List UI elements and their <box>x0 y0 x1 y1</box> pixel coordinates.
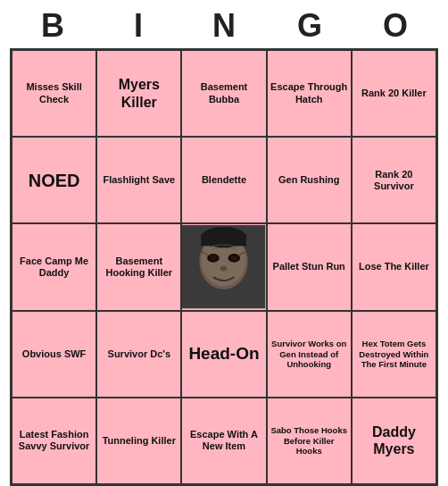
cell-escape-through-hatch: Escape Through Hatch <box>267 50 352 137</box>
cell-head-on: Head-On <box>181 311 266 398</box>
cell-daddy-myers: Daddy Myers <box>352 398 436 484</box>
center-image-svg <box>182 224 265 309</box>
cell-lose-the-killer: Lose The Killer <box>352 223 436 310</box>
cell-sabo-hooks: Sabo Those Hooks Before Killer Hooks <box>267 398 352 484</box>
cell-survivor-works-gen: Survivor Works on Gen Instead of Unhooki… <box>267 311 352 398</box>
cell-basement-hooking-killer: Basement Hooking Killer <box>96 223 181 310</box>
cell-latest-fashion-savvy: Latest Fashion Savvy Survivor <box>12 398 96 484</box>
svg-point-8 <box>231 256 238 261</box>
cell-face-camp-me-daddy: Face Camp Me Daddy <box>12 223 96 310</box>
cell-basement-bubba: Basement Bubba <box>181 50 266 137</box>
cell-rank-20-survivor: Rank 20 Survivor <box>352 137 436 223</box>
cell-noed: NOED <box>12 137 96 223</box>
svg-point-7 <box>210 256 217 261</box>
cell-rank-20-killer: Rank 20 Killer <box>352 50 436 137</box>
bingo-title: B I N G O <box>10 0 438 48</box>
letter-n: N <box>203 7 245 45</box>
cell-hex-totem-destroyed: Hex Totem Gets Destroyed Within The Firs… <box>352 311 436 398</box>
letter-o: O <box>374 7 417 45</box>
cell-obvious-swf: Obvious SWF <box>12 311 96 398</box>
cell-blendette: Blendette <box>181 137 266 223</box>
cell-flashlight-save: Flashlight Save <box>96 137 181 223</box>
cell-tunneling-killer: Tunneling Killer <box>96 398 181 484</box>
letter-g: G <box>288 7 331 45</box>
letter-b: B <box>31 7 74 45</box>
cell-center-image <box>181 223 266 310</box>
svg-rect-4 <box>202 234 246 247</box>
cell-pallet-stun-run: Pallet Stun Run <box>267 223 352 310</box>
cell-gen-rushing: Gen Rushing <box>267 137 352 223</box>
bingo-grid: Misses Skill Check Myers Killer Basement… <box>10 48 438 486</box>
svg-point-9 <box>220 266 228 272</box>
cell-misses-skill-check: Misses Skill Check <box>12 50 96 137</box>
letter-i: I <box>117 7 160 45</box>
cell-myers-killer: Myers Killer <box>96 50 181 137</box>
cell-escape-with-new-item: Escape With A New Item <box>181 398 266 484</box>
cell-survivor-dcs: Survivor Dc's <box>96 311 181 398</box>
